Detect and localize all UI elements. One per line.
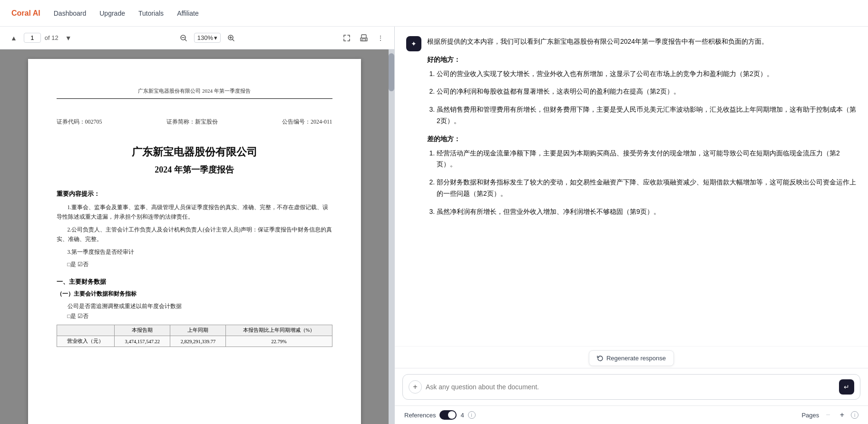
nav-affiliate[interactable]: Affiliate [177,10,199,17]
pdf-scrollbar-thumb[interactable] [389,53,394,91]
pdf-financial-table: 本报告期 上年同期 本报告期比上年同期增减（%） 营业收入（元） 3,474,1… [57,325,332,347]
list-item: 部分财务数据和财务指标发生了较大的变动，如交易性金融资产下降、应收款项融资减少、… [437,177,857,200]
pdf-notice-1: 1.董事会、监事会及董事、监事、高级管理人员保证季度报告的真实、准确、完整，不存… [57,203,332,222]
table-header-current: 本报告期 [115,325,170,336]
page-number-input[interactable] [24,33,41,43]
pdf-notice-title: 重要内容提示： [57,190,332,198]
zoom-level[interactable]: 130% ▾ [194,33,221,43]
chat-messages: ✦ 根据所提供的文本内容，我们可以看到广东新宝电器股份有限公司2024年第一季度… [395,27,868,346]
pdf-notice-3: 3.第一季度报告是否经审计 [57,248,332,257]
list-item: 经营活动产生的现金流量净额下降，主要是因为本期购买商品、接受劳务支付的现金增加，… [437,148,857,171]
pdf-meta-announcement: 公告编号：2024-011 [282,118,332,126]
pdf-section1: 一、主要财务数据 [57,278,332,286]
regenerate-icon [597,355,604,362]
navbar: Coral AI Dashboard Upgrade Tutorials Aff… [0,0,868,27]
chat-panel: ✦ 根据所提供的文本内容，我们可以看到广东新宝电器股份有限公司2024年第一季度… [395,27,868,424]
svg-line-4 [232,39,234,41]
svg-rect-7 [361,35,366,38]
references-info-icon[interactable]: i [468,411,476,419]
table-header-prev: 上年同期 [170,325,226,336]
pages-plus-button[interactable]: + [837,410,847,420]
nav-dashboard[interactable]: Dashboard [54,10,87,17]
table-cell-current: 3,474,157,547.22 [115,336,170,347]
chat-send-button[interactable]: ↵ [839,379,854,395]
svg-rect-8 [362,39,366,41]
list-item: 公司的营业收入实现了较大增长，营业外收入也有所增加，这显示了公司在市场上的竞争力… [437,68,857,80]
chat-input-area: + ↵ [395,368,868,405]
toggle-knob [448,411,456,419]
nav-tutorials[interactable]: Tutorials [138,10,164,17]
pdf-toolbar: ▲ of 12 ▼ 130% ▾ ⋮ [0,27,394,49]
intro-text: 根据所提供的文本内容，我们可以看到广东新宝电器股份有限公司2024年第一季度报告… [427,38,768,45]
pdf-meta: 证券代码：002705 证券简称：新宝股份 公告编号：2024-011 [57,118,332,126]
message-row: ✦ 根据所提供的文本内容，我们可以看到广东新宝电器股份有限公司2024年第一季度… [406,36,857,224]
chat-attach-button[interactable]: + [409,380,422,394]
list-item: 虽然净利润有所增长，但营业外收入增加、净利润增长不够稳固（第9页）。 [437,206,857,218]
pages-info-icon[interactable]: i [851,411,858,419]
table-cell-name: 营业收入（元） [57,336,115,347]
list-item: 公司的净利润和每股收益都有显著增长，这表明公司的盈利能力在提高（第2页）。 [437,86,857,97]
pdf-sub1: （一）主要会计数据和财务指标 [57,290,332,298]
svg-line-1 [185,39,186,41]
table-header-item [57,325,115,336]
pdf-notice-3b: □是 ☑否 [57,261,332,268]
main-layout: ▲ of 12 ▼ 130% ▾ ⋮ [0,27,868,424]
references-label: References [404,412,436,419]
bad-section-title: 差的地方： [427,134,857,145]
pdf-content[interactable]: 广东新宝电器股份有限公司 2024 年第一季度报告 证券代码：002705 证券… [0,49,389,424]
nav-upgrade[interactable]: Upgrade [99,10,125,17]
good-items-list: 公司的营业收入实现了较大增长，营业外收入也有所增加，这显示了公司在市场上的竞争力… [427,68,857,127]
more-options-button[interactable]: ⋮ [374,32,387,44]
list-item: 虽然销售费用和管理费用有所增长，但财务费用下降，主要是受人民币兑美元汇率波动影响… [437,104,857,127]
plus-icon: + [413,383,417,391]
bottom-bar-references: References 4 i [404,410,476,420]
zoom-out-button[interactable] [177,32,190,44]
chat-input[interactable] [426,383,835,391]
pdf-report-title: 2024 年第一季度报告 [57,164,332,175]
pdf-table-note2: □是 ☑否 [57,313,332,320]
chat-bottom-bar: References 4 i Pages − + i [395,405,868,424]
pdf-panel: ▲ of 12 ▼ 130% ▾ ⋮ [0,27,395,424]
table-header-change: 本报告期比上年同期增减（%） [226,325,332,336]
pdf-header-line: 广东新宝电器股份有限公司 2024 年第一季度报告 [57,87,332,99]
regenerate-label: Regenerate response [606,355,666,362]
pdf-table-note: 公司是否需追溯调整或重述以前年度会计数据 [57,302,332,311]
pdf-notice-2: 2.公司负责人、主管会计工作负责人及会计机构负责人(会计主管人员)声明：保证季度… [57,225,332,244]
print-button[interactable] [357,32,371,44]
chat-input-box: + ↵ [402,374,860,400]
pdf-company-name: 广东新宝电器股份有限公司 [57,145,332,159]
bad-items-list: 经营活动产生的现金流量净额下降，主要是因为本期购买商品、接受劳务支付的现金增加，… [427,148,857,218]
zoom-chevron-icon: ▾ [214,34,217,41]
brand-logo: Coral AI [11,9,40,18]
references-toggle[interactable] [439,410,457,420]
svg-point-9 [365,39,366,39]
regenerate-area: Regenerate response [395,346,868,368]
pdf-page: 广东新宝电器股份有限公司 2024 年第一季度报告 证券代码：002705 证券… [28,59,361,424]
page-next-button[interactable]: ▼ [62,32,75,44]
table-row: 营业收入（元） 3,474,157,547.22 2,829,291,339.7… [57,336,332,347]
page-prev-button[interactable]: ▲ [8,32,20,44]
bottom-bar-pages: Pages − + i [801,410,858,420]
zoom-in-button[interactable] [224,32,238,44]
references-count: 4 [460,412,464,419]
pdf-meta-code: 证券代码：002705 [57,118,102,126]
avatar-icon: ✦ [411,40,417,48]
fullscreen-button[interactable] [340,32,353,44]
page-total: of 12 [45,34,59,41]
message-content: 根据所提供的文本内容，我们可以看到广东新宝电器股份有限公司2024年第一季度报告… [427,36,857,224]
avatar: ✦ [406,36,421,51]
pdf-meta-abbr: 证券简称：新宝股份 [166,118,218,126]
pages-label: Pages [801,412,819,419]
good-section-title: 好的地方： [427,54,857,66]
table-cell-change: 22.79% [226,336,332,347]
send-icon: ↵ [844,383,849,391]
pdf-scrollbar-track[interactable] [389,49,394,424]
table-cell-prev: 2,829,291,339.77 [170,336,226,347]
pages-minus-button[interactable]: − [823,410,833,420]
regenerate-button[interactable]: Regenerate response [589,350,674,366]
